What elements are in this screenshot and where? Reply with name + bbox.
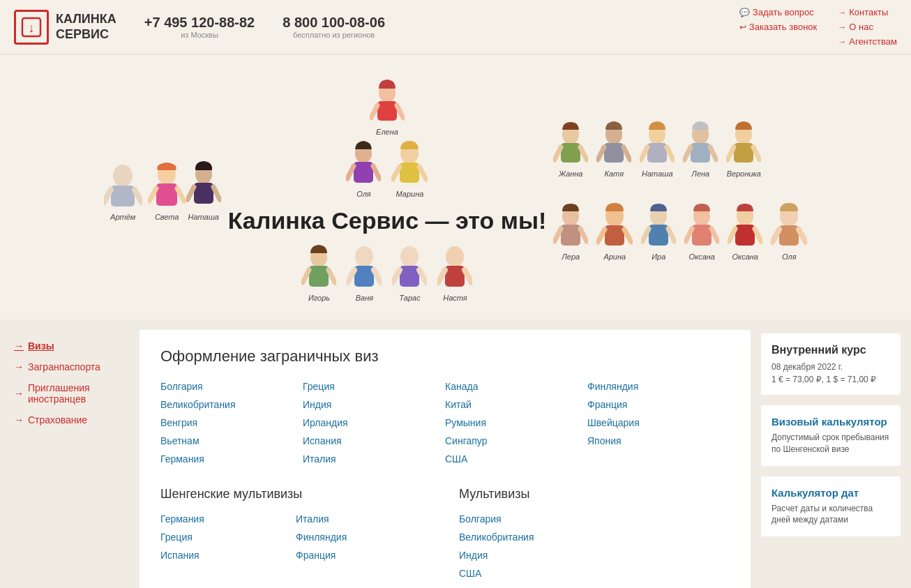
header-col-actions: Задать вопрос Заказать звонок [739,7,817,32]
date-calc-desc: Расчет даты и количества дней между дата… [771,503,890,527]
svg-line-8 [149,188,156,201]
schengen-2[interactable]: Греция [160,530,296,544]
char-ola2-name: Игорь [308,294,330,302]
sidebar-item-invitations[interactable]: Приглашения иностранцев [14,382,126,405]
multi-1[interactable]: Великобритания [459,530,730,544]
svg-point-30 [355,246,373,267]
visa-grid: Болгария Греция Канада Финляндия Великоб… [160,379,730,466]
visa-link-7[interactable]: Франция [587,398,730,412]
multi-2[interactable]: Индия [459,548,730,562]
visa-link-17[interactable]: Италия [303,452,445,466]
svg-rect-35 [400,266,419,287]
svg-line-52 [641,147,647,160]
svg-line-72 [642,229,649,241]
phone2-number: 8 800 100-08-06 [283,15,385,31]
ask-question-link[interactable]: Задать вопрос [739,7,817,17]
visa-link-1[interactable]: Греция [303,379,445,393]
char-ola1: Оля [346,140,381,198]
logo: ↓ КАЛИНКА СЕРВИС [14,10,116,45]
char-vanya-name: Тарас [399,294,420,302]
multi-grid: Болгария Великобритания Индия США [459,512,730,580]
visa-link-9[interactable]: Ирландия [303,416,445,430]
char-natasha2: Наташа [640,121,675,178]
visa-link-8[interactable]: Венгрия [160,416,303,430]
svg-rect-3 [111,186,135,206]
svg-line-45 [580,147,587,160]
visa-link-2[interactable]: Канада [445,379,587,393]
visa-link-10[interactable]: Румыния [445,416,587,430]
visa-link-4[interactable]: Великобритания [160,398,303,412]
svg-rect-19 [354,162,373,183]
sidebar-item-zagranpassport[interactable]: Загранпаспорта [14,361,126,372]
sidebar-item-vizы[interactable]: Визы [14,340,126,352]
header-phones: +7 495 120-88-82 из Москвы 8 800 100-08-… [144,15,712,39]
hero-title: Калинка Сервис — это мы! [228,207,547,234]
phone1-block: +7 495 120-88-82 из Москвы [144,15,255,39]
sidebar: Визы Загранпаспорта Приглашения иностран… [0,319,140,588]
request-call-link[interactable]: Заказать звонок [739,22,817,32]
main-layout: Визы Загранпаспорта Приглашения иностран… [0,319,911,588]
svg-line-64 [555,229,561,241]
phone2-sub: бесплатно из регионов [283,31,385,39]
rate-date: 08 декабря 2022 г. [771,362,890,372]
visa-link-13[interactable]: Испания [303,434,445,448]
char-natasha1: Наташа [186,160,221,221]
svg-line-20 [347,166,354,179]
main-title: Оформление заграничных виз [160,347,730,365]
char-lena: Лена [683,121,718,178]
visa-link-5[interactable]: Индия [303,398,445,412]
sidebar-item-insurance[interactable]: Страхование [14,414,126,425]
svg-line-33 [374,270,381,282]
char-taras-name: Настя [443,294,467,302]
svg-rect-23 [400,163,419,183]
svg-rect-43 [561,143,580,163]
svg-rect-71 [649,225,668,246]
svg-line-60 [728,147,734,160]
schengen-1[interactable]: Италия [296,512,431,526]
svg-rect-7 [156,183,177,206]
svg-rect-63 [561,225,580,246]
multi-0[interactable]: Болгария [459,512,730,526]
char-veronika: Вероника [726,121,761,178]
rate-title: Внутренний курс [771,344,890,356]
date-calc-title[interactable]: Калькулятор дат [771,487,890,499]
main-content: Оформление заграничных виз Болгария Грец… [140,330,751,588]
schengen-0[interactable]: Германия [160,512,296,526]
svg-line-84 [772,229,779,242]
visa-link-14[interactable]: Сингапур [445,434,587,448]
rate-box: Внутренний курс 08 декабря 2022 г. 1 € =… [761,333,901,395]
visa-link-3[interactable]: Финляндия [587,379,730,393]
char-katya: Катя [596,121,631,178]
svg-line-17 [397,105,403,118]
visa-calc-title[interactable]: Визовый калькулятор [771,416,890,428]
svg-line-5 [135,190,142,202]
agencies-link[interactable]: Агентствам [838,36,897,47]
schengen-3[interactable]: Финляндия [296,530,431,544]
schengen-5[interactable]: Франция [296,548,431,562]
char-ola1-name: Оля [356,190,371,198]
phone2-block: 8 800 100-08-06 бесплатно из регионов [283,15,385,39]
multi-3[interactable]: США [459,566,730,580]
about-link[interactable]: О нас [838,22,897,32]
svg-line-44 [555,147,561,160]
svg-rect-59 [734,143,753,163]
visa-link-18[interactable]: США [445,452,587,466]
visa-link-0[interactable]: Болгария [160,379,303,393]
svg-line-61 [753,147,760,160]
rate-values: 1 € = 73,00 ₽, 1 $ = 71,00 ₽ [771,375,890,384]
schengen-grid: Германия Италия Греция Финляндия Испания… [160,512,431,562]
visa-link-15[interactable]: Япония [587,434,730,448]
visa-link-12[interactable]: Вьетнам [160,434,303,448]
char-nastya: Лера [553,202,588,261]
char-kirill-name: Оля [782,252,797,261]
visa-link-6[interactable]: Китай [445,398,587,412]
hero-characters: Артём Света [0,68,911,312]
schengen-4[interactable]: Испания [160,548,296,562]
right-sidebar: Внутренний курс 08 декабря 2022 г. 1 € =… [751,319,911,588]
svg-line-37 [419,270,426,282]
svg-line-77 [712,229,718,241]
contacts-link[interactable]: Контакты [838,7,897,17]
visa-link-11[interactable]: Швейцария [587,416,730,430]
visa-link-16[interactable]: Германия [160,452,303,466]
char-kirill: Оля [771,202,807,261]
